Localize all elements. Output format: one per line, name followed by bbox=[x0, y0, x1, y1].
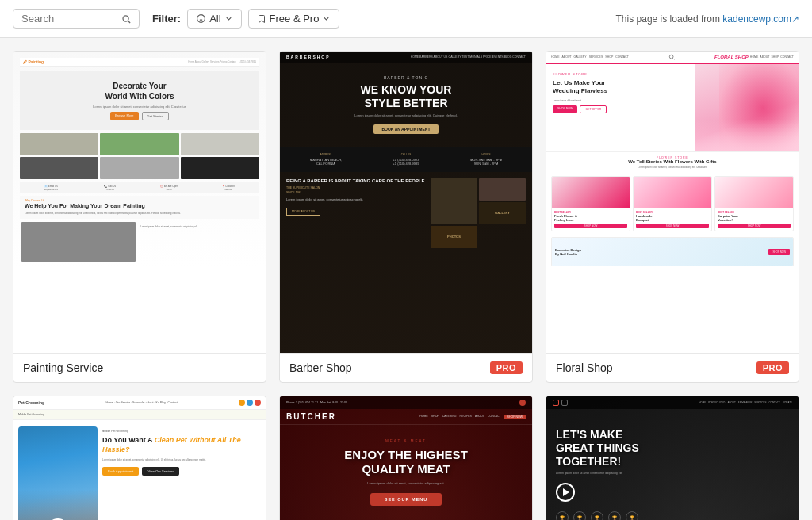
card-grid: 🖌 Painting Home About Gallery Services P… bbox=[0, 38, 812, 520]
card-painting-footer: Painting Service bbox=[13, 353, 266, 382]
card-painting[interactable]: 🖌 Painting Home About Gallery Services P… bbox=[13, 51, 266, 383]
card-painting-preview: 🖌 Painting Home About Gallery Services P… bbox=[13, 52, 266, 353]
card-barber-preview: BARBERSHOP HOME BARBERS ABOUT US GALLERY… bbox=[280, 52, 532, 353]
card-floral-footer: Floral Shop PRO bbox=[546, 353, 799, 382]
tag-icon bbox=[196, 13, 206, 24]
bookmark-icon bbox=[257, 14, 266, 24]
svg-point-3 bbox=[669, 55, 673, 59]
svg-point-2 bbox=[197, 15, 205, 23]
filter-all-button[interactable]: All bbox=[187, 9, 241, 29]
chevron-down-icon-2 bbox=[322, 14, 331, 23]
card-butcher[interactable]: Phone: 1 (555) 654-21-31 Mon-Sat: 8:00 -… bbox=[279, 396, 533, 520]
card-floral-badge: PRO bbox=[756, 361, 789, 374]
filter-tag-label: Free & Pro bbox=[270, 13, 320, 25]
card-pet-preview: Pet Grooming Home · Our Service · Schedu… bbox=[13, 396, 266, 520]
filter-tag-button[interactable]: Free & Pro bbox=[248, 9, 340, 29]
kadence-link[interactable]: kadencewp.com↗ bbox=[722, 13, 799, 25]
filter-all-label: All bbox=[209, 13, 220, 25]
painting-nav-logo: 🖌 Painting bbox=[23, 59, 44, 64]
header-notice: This page is loaded from kadencewp.com↗ bbox=[616, 13, 799, 25]
search-box[interactable] bbox=[13, 9, 140, 29]
card-floral[interactable]: HOMEABOUTGALLERYSERVICESSHOPCONTACT FLOR… bbox=[546, 51, 799, 383]
filter-section: Filter: All Free & Pro bbox=[152, 9, 339, 29]
card-barber-footer: Barber Shop PRO bbox=[280, 353, 532, 382]
card-barber[interactable]: BARBERSHOP HOME BARBERS ABOUT US GALLERY… bbox=[279, 51, 533, 383]
card-floral-preview: HOMEABOUTGALLERYSERVICESSHOPCONTACT FLOR… bbox=[546, 52, 799, 353]
card-butcher-preview: Phone: 1 (555) 654-21-31 Mon-Sat: 8:00 -… bbox=[280, 396, 532, 520]
card-film-preview: HOMEPORTFOLIO IOABOUTFILMMAKERSERVICESCO… bbox=[546, 396, 799, 520]
card-painting-title: Painting Service bbox=[23, 361, 103, 374]
card-pet[interactable]: Pet Grooming Home · Our Service · Schedu… bbox=[13, 396, 266, 520]
card-barber-title: Barber Shop bbox=[289, 361, 352, 374]
svg-line-4 bbox=[672, 59, 674, 60]
search-icon bbox=[121, 13, 131, 25]
card-barber-badge: PRO bbox=[490, 361, 523, 374]
card-floral-title: Floral Shop bbox=[556, 361, 613, 374]
filter-label: Filter: bbox=[152, 13, 181, 25]
svg-point-0 bbox=[123, 15, 128, 21]
search-input[interactable] bbox=[21, 13, 117, 25]
svg-line-1 bbox=[128, 21, 130, 23]
header: Filter: All Free & Pro This page is load… bbox=[0, 0, 812, 38]
card-film[interactable]: HOMEPORTFOLIO IOABOUTFILMMAKERSERVICESCO… bbox=[546, 396, 799, 520]
chevron-down-icon bbox=[224, 14, 233, 23]
